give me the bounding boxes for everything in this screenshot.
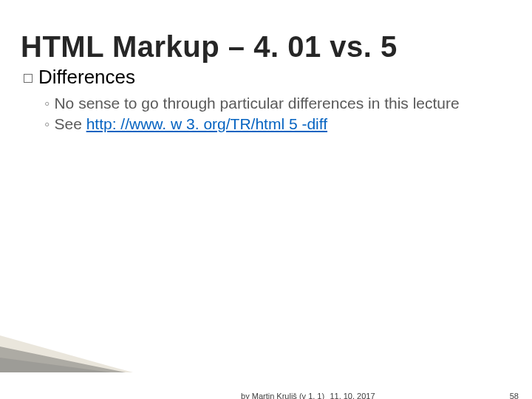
- content-body: Differences ◦No sense to go through part…: [24, 65, 511, 135]
- footer-author: by Martin Kruliš (v 1. 1): [241, 392, 324, 399]
- section-heading: Differences: [38, 66, 135, 88]
- svg-marker-2: [0, 358, 111, 372]
- list-item-text: No sense to go through particular differ…: [54, 95, 459, 112]
- square-bullet-icon: [24, 74, 33, 83]
- list-item-prefix: See: [54, 115, 86, 132]
- page-number: 58: [510, 392, 519, 399]
- footer-date: 11. 10. 2017: [330, 392, 375, 399]
- page-title: HTML Markup – 4. 01 vs. 5: [21, 30, 511, 64]
- list-item: ◦No sense to go through particular diffe…: [44, 94, 511, 113]
- svg-marker-1: [0, 347, 126, 372]
- svg-marker-0: [0, 335, 133, 372]
- circle-bullet-icon: ◦: [44, 115, 50, 132]
- circle-bullet-icon: ◦: [44, 95, 50, 112]
- list-item: ◦See http: //www. w 3. org/TR/html 5 -di…: [44, 115, 511, 134]
- reference-link[interactable]: http: //www. w 3. org/TR/html 5 -diff: [86, 115, 327, 132]
- slide: HTML Markup – 4. 01 vs. 5 Differences ◦N…: [0, 0, 532, 399]
- corner-decoration-icon: [0, 321, 133, 372]
- section-heading-row: Differences: [24, 65, 511, 89]
